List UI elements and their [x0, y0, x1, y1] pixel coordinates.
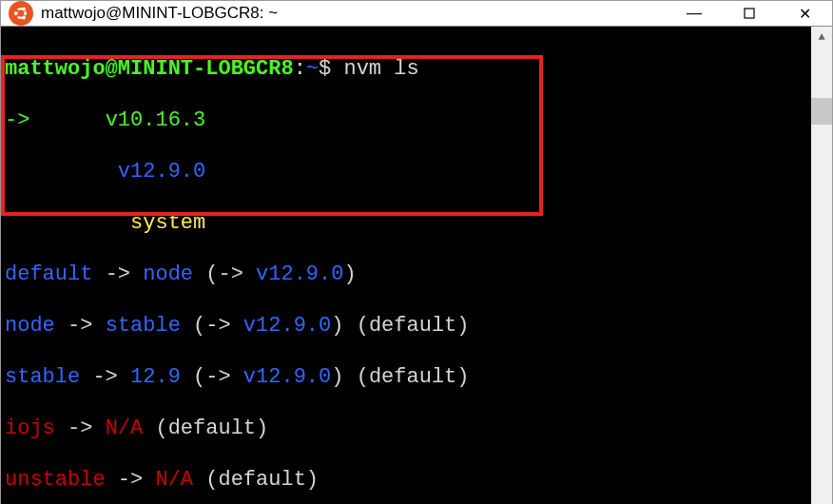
output-line: unstable -> N/A (default) [5, 467, 807, 493]
prompt-user: mattwojo@MININT-LOBGCR8 [5, 57, 294, 81]
close-button[interactable]: ✕ [777, 1, 832, 26]
ubuntu-icon [9, 1, 33, 26]
titlebar[interactable]: mattwojo@MININT-LOBGCR8: ~ — ✕ [1, 1, 832, 27]
window-title: mattwojo@MININT-LOBGCR8: ~ [41, 4, 667, 23]
maximize-button[interactable] [722, 1, 777, 26]
system-label: system [130, 211, 205, 235]
window-controls: — ✕ [667, 1, 832, 26]
prompt-line: mattwojo@MININT-LOBGCR8:~$ nvm ls [5, 56, 807, 82]
output-line: -> v10.16.3 [5, 107, 807, 133]
minimize-button[interactable]: — [667, 1, 722, 26]
alias: default [5, 262, 92, 286]
output-line: iojs -> N/A (default) [5, 416, 807, 441]
prompt-path: ~ [306, 57, 319, 81]
alias: node [5, 314, 55, 338]
alias: stable [5, 365, 80, 389]
output-line: stable -> 12.9 (-> v12.9.0) (default) [5, 364, 807, 390]
version: v12.9.0 [118, 160, 205, 184]
terminal-window: mattwojo@MININT-LOBGCR8: ~ — ✕ mattwojo@… [0, 0, 833, 504]
scrollbar[interactable]: ▲ [811, 27, 832, 504]
output-line: system [5, 210, 807, 236]
scroll-thumb[interactable] [811, 98, 832, 125]
svg-rect-3 [745, 9, 754, 18]
alias: unstable [5, 468, 106, 492]
current-arrow: -> [5, 108, 29, 132]
alias: iojs [5, 417, 55, 440]
scroll-up-icon[interactable]: ▲ [811, 27, 832, 48]
command-text: nvm ls [343, 57, 418, 81]
prompt-dollar: $ [319, 57, 331, 81]
terminal-content[interactable]: mattwojo@MININT-LOBGCR8:~$ nvm ls -> v10… [1, 27, 811, 504]
current-version: v10.16.3 [106, 108, 206, 132]
output-line: v12.9.0 [5, 159, 807, 184]
terminal-area: mattwojo@MININT-LOBGCR8:~$ nvm ls -> v10… [1, 27, 832, 504]
svg-point-0 [14, 11, 18, 15]
output-line: default -> node (-> v12.9.0) [5, 262, 807, 287]
output-line: node -> stable (-> v12.9.0) (default) [5, 313, 807, 339]
prompt-sep: : [294, 57, 306, 81]
